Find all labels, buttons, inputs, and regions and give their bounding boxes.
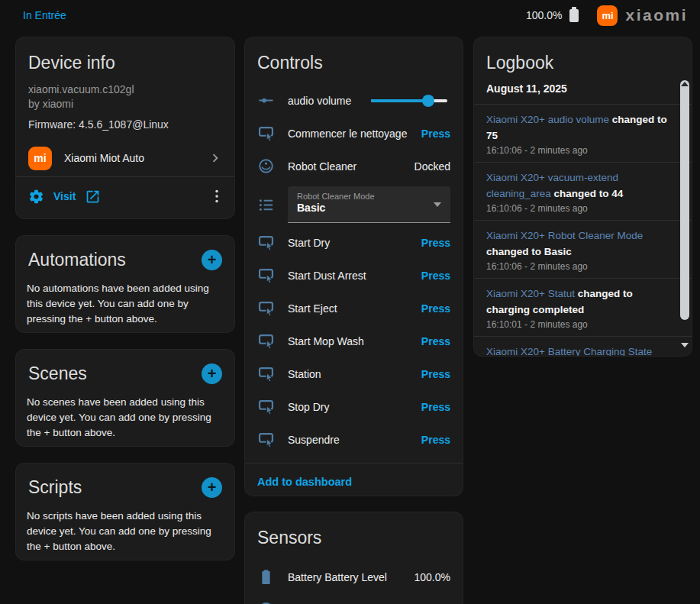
battery-icon [569, 9, 579, 22]
controls-title: Controls [245, 37, 463, 84]
tap-button-icon [257, 431, 275, 448]
button-label: Start Dry [288, 237, 408, 249]
mode-select-row: Robot Cleaner Mode Basic [245, 186, 463, 223]
button-row: Station Press [245, 357, 463, 390]
audio-volume-slider[interactable] [371, 95, 447, 107]
logbook-entry: Xiaomi X20+ vacuum-extend cleaning_area … [474, 163, 692, 220]
chevron-right-icon [207, 150, 224, 166]
logbook-entity-link[interactable]: Xiaomi X20+ audio volume [486, 114, 609, 125]
press-button[interactable]: Press [421, 401, 450, 413]
logbook-timestamp: 16:10:06 - 2 minutes ago [486, 203, 675, 214]
scripts-title: Scripts [28, 477, 82, 498]
settings-gear-icon[interactable] [28, 189, 44, 205]
logbook-action: changed to Basic [486, 246, 572, 257]
sensor-row: Battery Charging State charging [245, 593, 463, 604]
battery-percent: 100.0% [526, 9, 562, 21]
device-model: xiaomi.vacuum.c102gl by xiaomi [16, 81, 234, 111]
start-cleaning-press-button[interactable]: Press [421, 128, 450, 140]
add-scene-button[interactable] [202, 363, 222, 384]
start-cleaning-label: Commencer le nettoyage [288, 128, 408, 140]
button-label: Suspendre [288, 434, 408, 446]
scenes-empty-text: No scenes have been added using this dev… [16, 390, 234, 447]
press-button[interactable]: Press [421, 335, 450, 347]
top-bar: In Entrée 100.0% mi xiaomi [0, 0, 700, 31]
audio-volume-row: audio volume [245, 84, 463, 117]
logbook-card: Logbook August 11, 2025 Xiaomi X20+ audi… [473, 37, 692, 357]
robot-cleaner-label: Robot Cleaner [288, 160, 402, 173]
robot-cleaner-row: Robot Cleaner Docked [245, 150, 463, 182]
add-automation-button[interactable] [202, 250, 222, 270]
scenes-card: Scenes No scenes have been added using t… [15, 349, 235, 447]
logbook-entry: Xiaomi X20+ Battery Charging State chang… [474, 337, 692, 357]
logbook-entry: Xiaomi X20+ audio volume changed to 75 1… [474, 105, 692, 162]
select-label: Robot Cleaner Mode [297, 192, 441, 201]
tap-button-icon [257, 299, 275, 317]
chevron-down-icon [434, 202, 441, 207]
add-to-dashboard-link[interactable]: Add to dashboard [245, 463, 463, 496]
controls-card: Controls audio volume Commencer le netto… [244, 37, 463, 496]
logbook-entity-link[interactable]: Xiaomi X20+ Robot Cleaner Mode [486, 230, 643, 241]
button-row: Start Eject Press [245, 292, 463, 325]
xiaomi-wordmark: xiaomi [625, 6, 688, 24]
sensor-row: Battery Battery Level 100.0% [245, 560, 463, 593]
press-button[interactable]: Press [421, 270, 450, 282]
breadcrumb[interactable]: In Entrée [23, 9, 66, 21]
middle-column: Controls audio volume Commencer le netto… [244, 37, 463, 604]
tap-button-icon [257, 332, 275, 350]
slider-thumb[interactable] [422, 95, 434, 107]
button-label: Start Dust Arrest [288, 270, 408, 282]
tap-button-icon [257, 124, 275, 142]
tap-button-icon [257, 234, 275, 251]
device-model-line: xiaomi.vacuum.c102gl [28, 82, 222, 97]
automations-card: Automations No automations have been add… [15, 235, 235, 333]
press-button[interactable]: Press [421, 434, 450, 446]
battery-charging-icon [257, 601, 275, 604]
device-info-card: Device info xiaomi.vacuum.c102gl by xiao… [15, 37, 235, 219]
start-cleaning-row: Commencer le nettoyage Press [245, 117, 463, 150]
press-button[interactable]: Press [421, 302, 450, 315]
audio-volume-label: audio volume [288, 95, 358, 107]
sensor-label: Battery Battery Level [288, 571, 402, 583]
visit-link[interactable]: Visit [53, 190, 76, 202]
button-label: Station [288, 368, 408, 380]
logbook-timestamp: 16:10:01 - 2 minutes ago [486, 319, 675, 330]
logbook-timestamp: 16:10:06 - 2 minutes ago [486, 261, 675, 272]
robot-cleaner-state: Docked [415, 160, 450, 173]
logbook-entry: Xiaomi X20+ Statut changed to charging c… [474, 279, 692, 336]
button-row: Start Dust Arrest Press [245, 259, 463, 292]
tap-button-icon [257, 398, 275, 415]
robot-cleaner-mode-select[interactable]: Robot Cleaner Mode Basic [288, 186, 450, 223]
tap-button-icon [257, 266, 275, 284]
open-in-new-icon[interactable] [85, 189, 101, 205]
integration-row[interactable]: mi Xiaomi Miot Auto [16, 140, 234, 176]
logbook-entity-link[interactable]: Xiaomi X20+ Battery Charging State [486, 346, 652, 357]
logbook-title: Logbook [474, 37, 692, 78]
press-button[interactable]: Press [421, 237, 450, 249]
device-manufacturer: by xiaomi [28, 97, 222, 111]
integration-name: Xiaomi Miot Auto [64, 152, 195, 164]
logbook-scrollbar[interactable] [680, 80, 689, 349]
device-info-title: Device info [16, 37, 234, 81]
list-bulleted-icon [257, 196, 275, 214]
logbook-action: changed to 44 [554, 188, 624, 199]
scroll-up-icon[interactable] [681, 82, 689, 86]
automations-empty-text: No automations have been added using thi… [16, 276, 234, 333]
logbook-entity-link[interactable]: Xiaomi X20+ Statut [486, 288, 575, 299]
left-column: Device info xiaomi.vacuum.c102gl by xiao… [15, 37, 235, 560]
button-label: Start Eject [288, 302, 408, 315]
button-label: Start Mop Wash [288, 335, 408, 347]
tap-button-icon [257, 365, 275, 383]
press-button[interactable]: Press [421, 368, 450, 380]
scrollbar-thumb[interactable] [680, 80, 689, 320]
add-script-button[interactable] [202, 477, 222, 498]
scroll-down-icon[interactable] [681, 343, 689, 347]
automations-title: Automations [28, 250, 126, 270]
xiaomi-logo-icon: mi [597, 5, 618, 26]
logbook-timestamp: 16:10:06 - 2 minutes ago [486, 145, 675, 156]
battery-icon [257, 568, 275, 586]
sensors-title: Sensors [245, 512, 463, 560]
right-column: Logbook August 11, 2025 Xiaomi X20+ audi… [473, 37, 692, 357]
overflow-menu-icon[interactable] [208, 188, 225, 205]
button-row: Suspendre Press [245, 423, 463, 456]
scripts-card: Scripts No scripts have been added using… [15, 463, 235, 560]
